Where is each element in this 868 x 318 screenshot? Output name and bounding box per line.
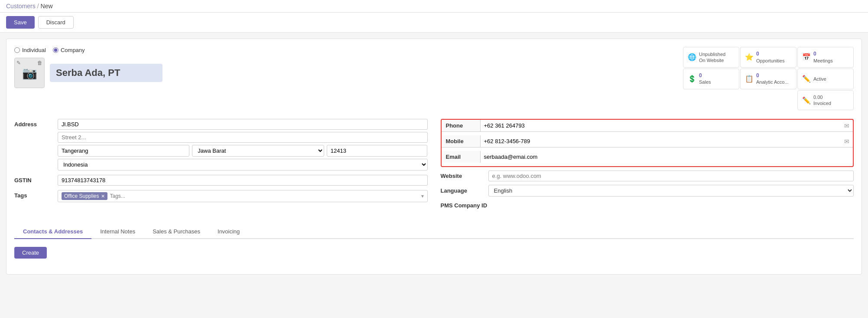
tags-dropdown-icon[interactable]: ▾ [421, 193, 424, 199]
mobile-row: Mobile ✉ [442, 135, 853, 148]
dollar-icon: 💲 [688, 75, 696, 83]
phone-row: Phone ✉ [442, 120, 853, 132]
language-label: Language [441, 185, 488, 196]
form-left: Address Jawa Barat Indonesia [14, 119, 428, 214]
phone-label: Phone [442, 120, 481, 131]
pms-row: PMS Company ID [441, 200, 854, 211]
globe-icon: 🌐 [688, 53, 696, 61]
stat-meetings[interactable]: 📅 0 Meetings [797, 47, 854, 68]
phone-input[interactable] [481, 120, 841, 131]
discard-button[interactable]: Discard [38, 16, 74, 29]
language-row: Language English [441, 185, 854, 197]
tab-sales[interactable]: Sales & Purchases [144, 225, 209, 239]
opportunities-label: Opportunities [756, 58, 784, 64]
analytic-count: 0 [756, 72, 789, 79]
mobile-label: Mobile [442, 135, 481, 147]
toolbar: Save Discard [0, 13, 868, 33]
invoiced-label: 0.00Invoiced [813, 94, 831, 107]
opportunities-count: 0 [756, 51, 784, 58]
zip-input[interactable] [327, 145, 428, 157]
tab-contacts[interactable]: Contacts & Addresses [14, 225, 91, 239]
breadcrumb-current: New [41, 3, 53, 10]
state-select[interactable]: Jawa Barat [192, 145, 324, 157]
tag-remove-icon[interactable]: ✕ [101, 193, 105, 199]
individual-radio[interactable] [14, 47, 20, 53]
tags-label: Tags [14, 190, 53, 199]
individual-radio-label[interactable]: Individual [14, 47, 46, 53]
website-label: Website [441, 170, 488, 181]
mobile-email-icon[interactable]: ✉ [841, 138, 853, 145]
unpublished-label: UnpublishedOn Website [699, 51, 725, 64]
tag-name: Office Supplies [64, 193, 99, 199]
street2-input[interactable] [58, 132, 428, 143]
delete-avatar-icon[interactable]: 🗑 [37, 60, 42, 66]
camera-icon: 📷 [22, 66, 37, 80]
company-label: Company [61, 47, 85, 53]
country-select[interactable]: Indonesia [58, 159, 428, 170]
analytic-icon: 📋 [745, 75, 754, 83]
edit-avatar-icon[interactable]: ✎ [16, 60, 21, 66]
create-button[interactable]: Create [14, 247, 47, 259]
gstin-row: GSTIN [14, 175, 428, 186]
address-row2: Jawa Barat [58, 145, 428, 157]
gstin-field [58, 175, 428, 186]
stat-active[interactable]: ✏️ Active [797, 69, 854, 89]
stat-analytic[interactable]: 📋 0 Analytic Acco... [740, 69, 796, 89]
tabs-bar: Contacts & Addresses Internal Notes Sale… [14, 225, 854, 239]
address-label: Address [14, 119, 53, 128]
gstin-label: GSTIN [14, 175, 53, 184]
tab-notes[interactable]: Internal Notes [91, 225, 144, 239]
company-radio-label[interactable]: Company [53, 47, 85, 53]
tags-input[interactable] [110, 193, 419, 199]
stat-buttons: 🌐 UnpublishedOn Website ⭐ 0 Opportunitie… [683, 47, 854, 110]
tags-container[interactable]: Office Supplies ✕ ▾ [58, 190, 428, 202]
breadcrumb-parent[interactable]: Customers [6, 3, 36, 10]
customer-type-group: Individual Company [14, 47, 163, 53]
stat-sales[interactable]: 💲 0 Sales [683, 69, 739, 89]
form-header: Individual Company ✎ 🗑 📷 🌐 [14, 47, 854, 110]
header-left: Individual Company ✎ 🗑 📷 [14, 47, 163, 88]
breadcrumb: Customers / New [0, 0, 868, 13]
invoiced-icon: ✏️ [802, 96, 811, 105]
city-input[interactable] [58, 145, 189, 157]
active-icon: ✏️ [802, 75, 811, 83]
star-icon: ⭐ [745, 53, 754, 61]
meetings-label: Meetings [813, 58, 833, 64]
website-input[interactable] [488, 170, 854, 181]
email-input[interactable] [481, 151, 853, 162]
company-radio[interactable] [53, 47, 59, 53]
form-right: Phone ✉ Mobile ✉ Email Website [441, 119, 854, 214]
tags-row: Tags Office Supplies ✕ ▾ [14, 190, 428, 202]
analytic-label: Analytic Acco... [756, 79, 789, 85]
sales-count: 0 [699, 72, 711, 79]
stat-unpublished[interactable]: 🌐 UnpublishedOn Website [683, 47, 739, 68]
customer-name-block: ✎ 🗑 📷 [14, 58, 163, 88]
address-fields: Jawa Barat Indonesia [58, 119, 428, 170]
stat-invoiced[interactable]: ✏️ 0.00Invoiced [797, 90, 854, 111]
save-button[interactable]: Save [6, 16, 35, 29]
stat-opportunities[interactable]: ⭐ 0 Opportunities [740, 47, 796, 68]
contact-highlighted-group: Phone ✉ Mobile ✉ Email [441, 119, 854, 167]
street1-input[interactable] [58, 119, 428, 130]
website-row: Website [441, 170, 854, 181]
mobile-input[interactable] [481, 136, 841, 147]
address-row: Address Jawa Barat Indonesia [14, 119, 428, 170]
tag-office-supplies: Office Supplies ✕ [62, 192, 107, 200]
individual-label: Individual [22, 47, 46, 53]
customer-name-input[interactable] [50, 64, 163, 82]
tab-content: Create [14, 239, 854, 266]
phone-email-icon[interactable]: ✉ [841, 122, 853, 129]
breadcrumb-separator: / [37, 3, 39, 10]
calendar-icon: 📅 [802, 53, 811, 61]
avatar[interactable]: ✎ 🗑 📷 [14, 58, 45, 88]
email-label: Email [442, 151, 481, 163]
tags-field: Office Supplies ✕ ▾ [58, 190, 428, 202]
tab-invoicing[interactable]: Invoicing [209, 225, 248, 239]
gstin-input[interactable] [58, 175, 428, 186]
tabs-section: Contacts & Addresses Internal Notes Sale… [14, 225, 854, 266]
form-body: Address Jawa Barat Indonesia [14, 119, 854, 214]
meetings-count: 0 [813, 51, 833, 58]
active-label: Active [813, 76, 826, 82]
email-row: Email [442, 151, 853, 163]
language-select[interactable]: English [488, 185, 854, 197]
